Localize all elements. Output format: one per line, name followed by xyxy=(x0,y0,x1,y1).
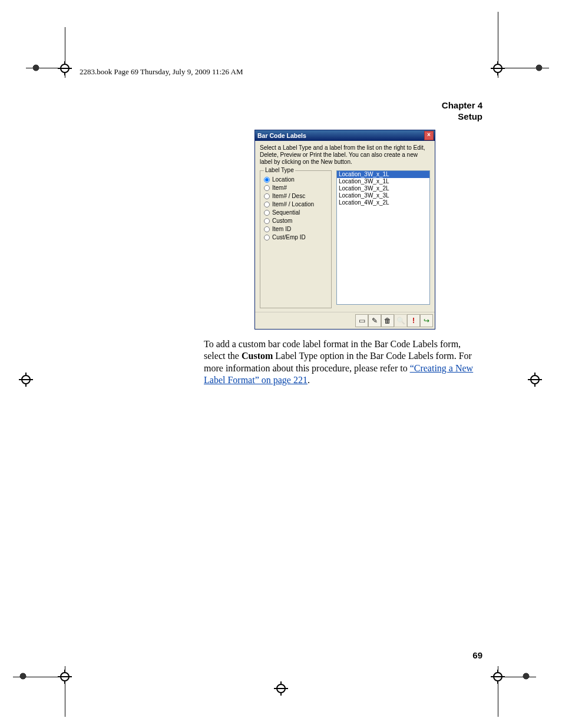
dialog-description: Select a Label Type and a label from the… xyxy=(260,144,430,166)
radio-item[interactable]: Item# xyxy=(264,185,328,191)
crosshair-icon xyxy=(274,681,288,696)
crosshair-icon xyxy=(19,373,33,387)
delete-button[interactable]: 🗑 xyxy=(381,314,394,327)
radio-input[interactable] xyxy=(264,218,270,224)
radio-item-location[interactable]: Item# / Location xyxy=(264,201,328,207)
crosshair-icon xyxy=(528,373,542,387)
preview-button: 🔍 xyxy=(394,314,407,327)
dialog-title: Bar Code Labels xyxy=(257,132,306,139)
para-bold: Custom xyxy=(242,351,273,361)
radio-input[interactable] xyxy=(264,235,270,241)
crosshair-icon xyxy=(58,670,72,684)
list-item[interactable]: Location_3W_x_2L xyxy=(337,185,429,192)
list-item[interactable]: Location_4W_x_2L xyxy=(337,199,429,206)
radio-label: Location xyxy=(272,176,295,183)
radio-input[interactable] xyxy=(264,177,270,183)
registration-mark-icon xyxy=(520,670,533,683)
running-header: 2283.book Page 69 Thursday, July 9, 2009… xyxy=(80,67,243,77)
trash-icon: 🗑 xyxy=(384,317,391,325)
chapter-number: Chapter 4 xyxy=(442,100,482,111)
radio-label: Item ID xyxy=(272,226,291,232)
alert-icon: ! xyxy=(412,317,415,325)
radio-input[interactable] xyxy=(264,226,270,232)
chapter-header: Chapter 4 Setup xyxy=(442,100,482,123)
registration-mark-icon xyxy=(29,61,42,74)
radio-label: Cust/Emp ID xyxy=(272,234,306,241)
body-paragraph: To add a custom bar code label format in… xyxy=(204,338,482,387)
radio-input[interactable] xyxy=(264,193,270,199)
radio-input[interactable] xyxy=(264,202,270,207)
radio-label: Sequential xyxy=(272,209,300,216)
list-item[interactable]: Location_3W_x_3L xyxy=(337,192,429,199)
chapter-title: Setup xyxy=(442,111,482,123)
new-button[interactable]: ▭ xyxy=(355,314,368,327)
list-item[interactable]: Location_3W_x_1L xyxy=(337,178,429,185)
edit-icon: ✎ xyxy=(372,317,378,325)
crosshair-icon xyxy=(491,61,505,75)
crosshair-icon xyxy=(491,670,505,684)
radio-cust-emp-id[interactable]: Cust/Emp ID xyxy=(264,234,328,241)
close-icon[interactable]: × xyxy=(424,131,434,140)
registration-mark-icon xyxy=(16,670,29,683)
radio-item-desc[interactable]: Item# / Desc xyxy=(264,193,328,199)
radio-label: Item# / Location xyxy=(272,201,314,207)
label-list[interactable]: Location_3W_x_1L Location_3W_x_1L Locati… xyxy=(336,170,430,305)
radio-label: Custom xyxy=(272,218,292,224)
list-item[interactable]: Location_3W_x_1L xyxy=(337,171,429,178)
group-legend: Label Type xyxy=(264,167,295,173)
exit-icon: ↪ xyxy=(424,317,429,325)
bar-code-labels-dialog: Bar Code Labels × Select a Label Type an… xyxy=(254,130,435,330)
radio-location[interactable]: Location xyxy=(264,176,328,183)
preview-icon: 🔍 xyxy=(396,317,405,325)
edit-button[interactable]: ✎ xyxy=(368,314,381,327)
label-type-group: Label Type Location Item# Item# / Desc I… xyxy=(260,170,332,308)
radio-label: Item# / Desc xyxy=(272,193,305,199)
para-post: . xyxy=(308,375,310,385)
dialog-toolbar: ▭ ✎ 🗑 🔍 ! ↪ xyxy=(255,312,435,329)
radio-input[interactable] xyxy=(264,185,270,191)
dialog-titlebar[interactable]: Bar Code Labels × xyxy=(255,130,435,141)
radio-sequential[interactable]: Sequential xyxy=(264,209,328,216)
crosshair-icon xyxy=(58,61,72,75)
exit-button[interactable]: ↪ xyxy=(420,314,433,327)
new-icon: ▭ xyxy=(359,317,365,325)
registration-mark-icon xyxy=(533,61,546,74)
radio-input[interactable] xyxy=(264,210,270,216)
print-button[interactable]: ! xyxy=(407,314,420,327)
radio-label: Item# xyxy=(272,185,287,191)
radio-custom[interactable]: Custom xyxy=(264,218,328,224)
radio-item-id[interactable]: Item ID xyxy=(264,226,328,232)
page-number: 69 xyxy=(472,650,482,660)
